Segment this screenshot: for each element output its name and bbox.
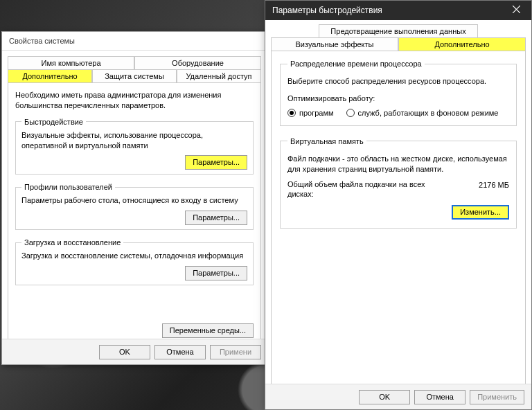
performance-options-titlebar: Параметры быстродействия [265, 1, 531, 20]
performance-options-title: Параметры быстродействия [272, 6, 382, 15]
performance-options-panel: Распределение времени процессора Выберит… [271, 51, 526, 397]
startup-recovery-settings-button[interactable]: Параметры... [185, 266, 247, 280]
radio-icon [346, 109, 355, 117]
user-profiles-legend: Профили пользователей [21, 183, 115, 191]
processor-scheduling-group: Распределение времени процессора Выберит… [280, 60, 517, 126]
system-properties-tabs: Имя компьютера Оборудование Дополнительн… [8, 56, 261, 82]
close-icon [513, 6, 520, 15]
apply-button[interactable]: Примени [210, 345, 261, 359]
system-properties-title: Свойства системы [2, 32, 267, 51]
system-properties-footer: OK Отмена Примени [2, 339, 267, 364]
virtual-memory-legend: Виртуальная память [287, 137, 366, 145]
performance-settings-button[interactable]: Параметры... [185, 155, 247, 170]
cancel-button[interactable]: Отмена [414, 390, 466, 404]
change-virtual-memory-button[interactable]: Изменить... [452, 205, 509, 220]
tab-advanced-perf[interactable]: Дополнительно [398, 37, 526, 51]
radio-services-label: служб, работающих в фоновом режиме [358, 109, 499, 117]
radio-icon [287, 109, 296, 117]
tab-advanced[interactable]: Дополнительно [8, 69, 92, 82]
virtual-memory-desc: Файл подкачки - это область на жестком д… [287, 154, 509, 175]
user-profiles-group: Профили пользователей Параметры рабочего… [15, 183, 254, 230]
cancel-button[interactable]: Отмена [154, 345, 206, 359]
performance-legend: Быстродействие [21, 118, 86, 126]
startup-recovery-group: Загрузка и восстановление Загрузка и вос… [15, 238, 254, 285]
performance-options-window: Параметры быстродействия Предотвращение … [265, 0, 532, 410]
environment-variables-button[interactable]: Переменные среды... [162, 323, 254, 338]
performance-options-footer: OK Отмена Применить [265, 384, 531, 409]
system-properties-window: Свойства системы Имя компьютера Оборудов… [1, 31, 267, 365]
virtual-memory-group: Виртуальная память Файл подкачки - это о… [280, 137, 517, 229]
user-profiles-settings-button[interactable]: Параметры... [185, 211, 247, 225]
ok-button[interactable]: OK [359, 390, 410, 404]
performance-options-tabs: Предотвращение выполнения данных Визуаль… [265, 20, 531, 51]
tab-visual-effects[interactable]: Визуальные эффекты [271, 37, 398, 51]
system-properties-panel: Необходимо иметь права администратора дл… [8, 82, 261, 346]
startup-recovery-desc: Загрузка и восстановление системы, отлад… [21, 251, 247, 261]
apply-button[interactable]: Применить [470, 390, 524, 404]
tab-dep[interactable]: Предотвращение выполнения данных [319, 24, 477, 37]
radio-background-services[interactable]: служб, работающих в фоновом режиме [346, 109, 499, 117]
performance-desc: Визуальные эффекты, использование процес… [21, 130, 247, 151]
optimize-label: Оптимизировать работу: [287, 93, 509, 104]
user-profiles-desc: Параметры рабочего стола, относящиеся ко… [21, 195, 247, 206]
paging-file-total-label: Общий объем файла подкачки на всех диска… [287, 179, 440, 200]
performance-group: Быстродействие Визуальные эффекты, испол… [15, 118, 254, 175]
ok-button[interactable]: OK [99, 345, 150, 359]
paging-file-total-value: 2176 МБ [479, 179, 509, 189]
admin-rights-note: Необходимо иметь права администратора дл… [15, 90, 254, 111]
radio-programs-label: программ [299, 109, 334, 117]
tab-computer-name[interactable]: Имя компьютера [8, 56, 134, 69]
radio-programs[interactable]: программ [287, 109, 334, 117]
processor-scheduling-legend: Распределение времени процессора [287, 60, 425, 68]
close-button[interactable] [501, 1, 531, 20]
tab-system-protection[interactable]: Защита системы [92, 69, 177, 82]
processor-scheduling-desc: Выберите способ распределения ресурсов п… [287, 76, 509, 87]
tab-hardware[interactable]: Оборудование [134, 56, 261, 69]
startup-recovery-legend: Загрузка и восстановление [21, 238, 123, 247]
tab-remote[interactable]: Удаленный доступ [177, 69, 261, 82]
